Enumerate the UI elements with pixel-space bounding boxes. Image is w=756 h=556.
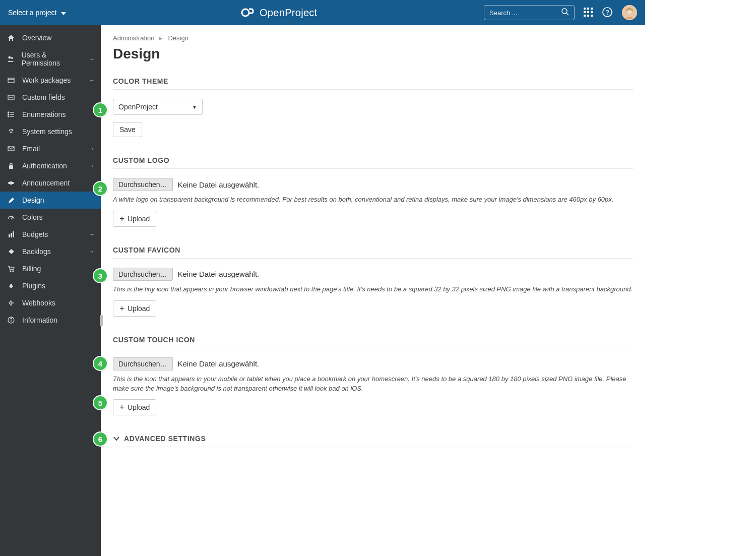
fields-icon xyxy=(6,95,16,100)
advanced-settings-toggle[interactable]: ADVANCED SETTINGS xyxy=(113,435,633,447)
browse-favicon-button[interactable]: Durchsuchen… xyxy=(113,268,173,281)
svg-text:?: ? xyxy=(605,8,609,16)
sidebar-item-label: Colors xyxy=(22,213,42,221)
upload-label: Upload xyxy=(128,304,150,313)
search-placeholder: Search ... xyxy=(489,9,518,17)
sidebar-item-design[interactable]: Design xyxy=(0,192,101,209)
svg-rect-32 xyxy=(9,234,10,237)
gear-icon xyxy=(6,128,16,135)
upload-touch-button[interactable]: + Upload xyxy=(113,399,156,415)
helper-text: This is the icon that appears in your mo… xyxy=(113,375,633,394)
color-theme-select[interactable]: OpenProject ▼ xyxy=(113,99,203,115)
plus-icon: + xyxy=(119,303,124,314)
sidebar-item-users[interactable]: Users & Permissions → xyxy=(0,46,101,72)
svg-line-31 xyxy=(11,217,13,219)
svg-point-16 xyxy=(9,56,11,59)
sidebar-item-webhooks[interactable]: Webhooks xyxy=(0,294,101,312)
svg-rect-5 xyxy=(591,8,593,10)
save-button[interactable]: Save xyxy=(113,122,142,137)
svg-line-2 xyxy=(566,13,569,15)
sidebar-item-overview[interactable]: Overview xyxy=(0,29,101,46)
sidebar-item-label: Plugins xyxy=(22,282,45,290)
browse-logo-button[interactable]: Durchsuchen… xyxy=(113,178,173,191)
upload-favicon-button[interactable]: + Upload xyxy=(113,300,156,317)
svg-rect-29 xyxy=(9,165,13,169)
sidebar-drag-handle[interactable] xyxy=(100,315,103,326)
svg-rect-3 xyxy=(584,8,586,10)
upload-logo-button[interactable]: + Upload xyxy=(113,211,156,227)
sidebar-item-label: Announcement xyxy=(22,179,70,187)
topbar: Select a project OpenProject Search ... xyxy=(0,0,645,25)
home-icon xyxy=(6,34,16,41)
section-custom-touch-header: CUSTOM TOUCH ICON xyxy=(113,336,633,348)
svg-rect-9 xyxy=(584,15,586,17)
sidebar-item-plugins[interactable]: Plugins xyxy=(0,277,101,294)
sidebar-item-label: Billing xyxy=(22,265,41,273)
cart-icon xyxy=(6,266,16,272)
hooks-icon xyxy=(6,300,16,306)
chevron-right-icon: → xyxy=(89,145,95,152)
plus-icon: + xyxy=(119,214,124,224)
logo-text: OpenProject xyxy=(260,7,317,19)
upload-label: Upload xyxy=(128,403,150,411)
svg-point-17 xyxy=(11,57,13,59)
plus-icon: + xyxy=(119,402,124,412)
file-status: Keine Datei ausgewählt. xyxy=(178,180,260,189)
search-input[interactable]: Search ... xyxy=(484,5,575,20)
svg-rect-18 xyxy=(8,78,14,83)
sidebar-item-colors[interactable]: Colors xyxy=(0,209,101,226)
svg-rect-4 xyxy=(587,8,589,10)
project-selector-label: Select a project xyxy=(8,9,57,17)
project-selector[interactable]: Select a project xyxy=(0,9,74,17)
chevron-right-icon: → xyxy=(89,77,95,84)
lock-icon xyxy=(6,162,16,169)
svg-point-27 xyxy=(8,116,9,117)
svg-point-36 xyxy=(13,271,14,272)
sidebar-item-label: Users & Permissions xyxy=(22,51,83,67)
select-value: OpenProject xyxy=(118,103,158,111)
svg-rect-10 xyxy=(587,15,589,17)
sidebar-item-enumerations[interactable]: Enumerations xyxy=(0,106,101,123)
sidebar-item-backlogs[interactable]: Backlogs → xyxy=(0,243,101,260)
sidebar-item-billing[interactable]: Billing xyxy=(0,260,101,277)
file-status: Keine Datei ausgewählt. xyxy=(178,270,260,278)
sidebar-item-label: Budgets xyxy=(22,230,48,238)
avatar[interactable] xyxy=(622,5,637,20)
sidebar-item-information[interactable]: Information xyxy=(0,312,101,329)
openproject-logo-icon xyxy=(240,7,255,19)
helper-text: A white logo on transparent background i… xyxy=(113,195,633,205)
sidebar-item-label: Enumerations xyxy=(22,110,66,118)
modules-icon[interactable] xyxy=(584,8,593,18)
sidebar-item-work-packages[interactable]: Work packages → xyxy=(0,72,101,89)
file-status: Keine Datei ausgewählt. xyxy=(178,359,260,368)
annotation-marker-3: 3 xyxy=(93,268,108,283)
annotation-marker-4: 4 xyxy=(93,356,108,371)
section-color-theme-header: COLOR THEME xyxy=(113,77,633,90)
section-custom-favicon-header: CUSTOM FAVICON xyxy=(113,246,633,259)
sidebar: Overview Users & Permissions → Work pack… xyxy=(0,25,101,556)
caret-down-icon: ▼ xyxy=(192,104,197,110)
chevron-right-icon: → xyxy=(89,162,95,169)
info-icon xyxy=(6,317,16,324)
sidebar-item-announcement[interactable]: Announcement xyxy=(0,174,101,192)
sidebar-item-custom-fields[interactable]: Custom fields xyxy=(0,89,101,106)
advanced-header: ADVANCED SETTINGS xyxy=(124,435,206,443)
breadcrumb-root[interactable]: Administration xyxy=(113,34,154,42)
sidebar-item-authentication[interactable]: Authentication → xyxy=(0,157,101,174)
logo[interactable]: OpenProject xyxy=(74,7,484,19)
chevron-right-icon: → xyxy=(89,55,95,63)
annotation-marker-5: 5 xyxy=(93,395,108,410)
help-icon[interactable]: ? xyxy=(602,7,613,19)
pencil-icon xyxy=(6,197,16,204)
sidebar-item-email[interactable]: Email → xyxy=(0,140,101,157)
sidebar-item-label: Email xyxy=(22,145,40,153)
content: Administration ▸ Design Design COLOR THE… xyxy=(101,25,645,556)
sidebar-item-budgets[interactable]: Budgets → xyxy=(0,226,101,243)
list-icon xyxy=(6,111,16,117)
sidebar-item-label: System settings xyxy=(22,128,72,136)
annotation-marker-2: 2 xyxy=(93,181,108,196)
browse-touch-button[interactable]: Durchsuchen… xyxy=(113,357,173,370)
sidebar-item-label: Design xyxy=(22,196,44,204)
sidebar-item-system-settings[interactable]: System settings xyxy=(0,123,101,140)
chevron-down-icon xyxy=(113,435,120,443)
